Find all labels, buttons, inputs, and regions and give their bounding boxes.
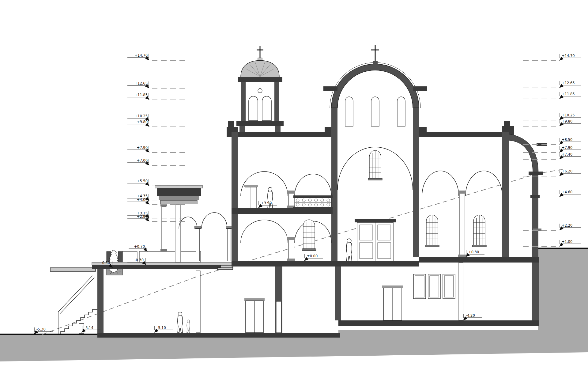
basement-window bbox=[443, 274, 455, 299]
stained-window-upper bbox=[368, 150, 382, 180]
elevation-marker-left: +7.90 bbox=[127, 146, 189, 153]
elevation-label: +14.70 bbox=[134, 53, 148, 58]
stair-parapet-ledge bbox=[50, 268, 96, 271]
figure-nave bbox=[346, 239, 352, 261]
belfry-opening bbox=[249, 96, 258, 121]
elevation-label: +8.50 bbox=[562, 138, 572, 142]
basement-left bbox=[196, 266, 282, 333]
elevation-label: +12.65 bbox=[562, 81, 575, 85]
elevation-label: -0.30 bbox=[134, 258, 144, 262]
tower-oculus bbox=[258, 89, 262, 93]
right-foundation-slab bbox=[338, 320, 539, 326]
elevation-marker-left: +12.65 bbox=[127, 81, 189, 88]
elevation-marker-left: +14.70 bbox=[127, 53, 189, 60]
annex-roof-walkway bbox=[92, 262, 233, 265]
basement-partition bbox=[196, 271, 200, 333]
drum-window bbox=[397, 97, 405, 126]
elevation-label: +0.30 bbox=[468, 250, 479, 254]
drum-window bbox=[371, 97, 379, 126]
elevation-marker-left: +7.00 bbox=[127, 158, 189, 165]
elevation-marker-right: +8.50 bbox=[523, 138, 581, 145]
elevation-label: +7.90 bbox=[562, 146, 572, 150]
elevation-marker-right: +11.85 bbox=[523, 92, 581, 99]
porch-canopy bbox=[155, 186, 203, 262]
annex-left-wall bbox=[97, 269, 104, 333]
elevation-label: -5.10 bbox=[157, 326, 166, 330]
elevation-marker-right: +14.70 bbox=[523, 54, 581, 61]
elevation-label: +7.90 bbox=[137, 146, 148, 150]
stained-window-right-1 bbox=[425, 215, 439, 247]
exterior-stairs bbox=[50, 268, 97, 334]
elevation-marker-spot: ±0.00 bbox=[304, 254, 323, 261]
elevation-marker-right: +12.65 bbox=[523, 81, 581, 88]
elevation-label: +5.50 bbox=[137, 179, 148, 183]
nave-floor-slab bbox=[232, 261, 419, 266]
dome-pier-right bbox=[413, 108, 419, 257]
elevation-label: +2.20 bbox=[562, 223, 572, 228]
elevation-label: +14.70 bbox=[562, 54, 575, 58]
elevation-label: +11.85 bbox=[562, 92, 575, 96]
church-section-drawing: +14.70+12.65+11.85+10.25+9.80+7.90+7.00+… bbox=[0, 0, 588, 378]
elevation-label: +4.05 bbox=[137, 198, 148, 202]
right-outer-wall bbox=[502, 132, 509, 257]
figure-basement-child bbox=[187, 320, 190, 333]
aisle-column bbox=[288, 240, 294, 261]
stained-window-right-2 bbox=[472, 215, 486, 247]
elevation-marker-left: +5.50 bbox=[127, 179, 189, 186]
elevation-label: ±0.00 bbox=[307, 254, 318, 258]
figure-basement-adult bbox=[178, 312, 183, 333]
elevation-label: +7.40 bbox=[562, 152, 572, 157]
basement-window bbox=[428, 274, 440, 299]
elevation-marker-spot: -5.30 bbox=[34, 327, 53, 334]
elevation-label: +11.85 bbox=[134, 93, 148, 97]
basement-right bbox=[335, 263, 539, 320]
right-wing-column bbox=[459, 193, 465, 257]
elevation-markers: +14.70+12.65+11.85+10.25+9.80+7.90+7.00+… bbox=[34, 53, 581, 334]
elevation-label: +6.20 bbox=[562, 169, 572, 173]
nave bbox=[232, 219, 419, 266]
porch-column bbox=[162, 206, 166, 249]
right-floor-slab bbox=[419, 257, 539, 263]
porch-wall bbox=[175, 205, 181, 262]
drum-window bbox=[345, 97, 353, 126]
elevation-label: -0.50 bbox=[101, 261, 110, 265]
bell-tower-cross bbox=[257, 46, 263, 58]
basement-door-opening bbox=[276, 301, 281, 333]
elevation-marker-left: +11.85 bbox=[127, 93, 189, 100]
annex-roof-slab bbox=[92, 265, 233, 269]
elevation-marker-spot: -4.20 bbox=[463, 313, 482, 320]
porch-parapet bbox=[139, 251, 201, 262]
elevation-label: +10.25 bbox=[134, 114, 148, 118]
left-foundation-slab bbox=[97, 333, 340, 338]
elevation-label: +2.90 bbox=[137, 214, 148, 219]
elevation-marker-spot: +0.30 bbox=[466, 250, 484, 257]
apse-wall bbox=[532, 174, 538, 257]
elevation-label: +3.90 bbox=[261, 201, 272, 205]
elevation-label: -5.14 bbox=[84, 326, 93, 330]
elevation-label: -5.30 bbox=[36, 327, 46, 331]
basement-partition bbox=[459, 263, 463, 320]
elevation-label: +4.60 bbox=[562, 190, 572, 194]
gallery-floor-slab bbox=[232, 208, 333, 214]
architectural-drawing-page: +14.70+12.65+11.85+10.25+9.80+7.90+7.00+… bbox=[0, 0, 588, 378]
elevation-marker-right: +10.25 bbox=[523, 113, 581, 120]
elevation-label: +12.65 bbox=[134, 81, 148, 85]
elevation-label: +0.70 bbox=[134, 244, 145, 249]
basement-window bbox=[413, 274, 426, 299]
elevation-label: +10.25 bbox=[562, 113, 575, 117]
left-outer-wall bbox=[232, 132, 238, 261]
elevation-label: +7.00 bbox=[137, 158, 148, 163]
elevation-marker-spot: +0.70 bbox=[129, 244, 148, 251]
elevation-label: -4.20 bbox=[466, 313, 475, 318]
belfry-opening bbox=[262, 96, 271, 121]
bell-tower bbox=[236, 46, 284, 132]
gallery-level bbox=[232, 132, 333, 261]
elevation-label: +1.00 bbox=[562, 240, 572, 244]
dome-pier-left bbox=[331, 108, 337, 261]
elevation-label: +9.80 bbox=[137, 120, 148, 124]
stained-window-aisle bbox=[302, 220, 316, 251]
gallery-balustrade bbox=[293, 195, 333, 209]
elevation-label: +9.80 bbox=[562, 119, 572, 123]
apse-buttress-arc bbox=[509, 134, 538, 174]
left-annex bbox=[92, 251, 233, 333]
